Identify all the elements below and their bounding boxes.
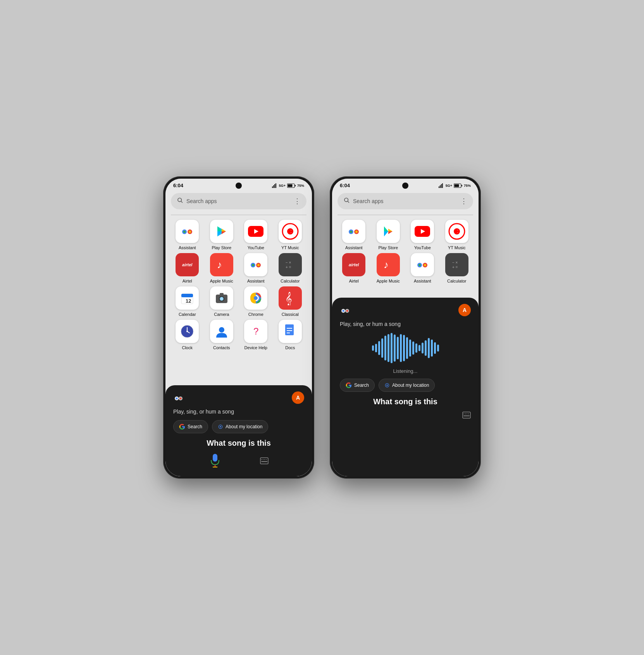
svg-marker-82 [384, 231, 388, 236]
app-item-chrome[interactable]: Chrome [239, 286, 272, 317]
app-item-airtel-p2[interactable]: airtel Airtel [337, 253, 370, 283]
contacts-svg [214, 324, 229, 339]
app-item-playstore-p2[interactable]: Play Store [372, 220, 405, 250]
app-item-clock[interactable]: Clock [171, 320, 204, 350]
calculator-icon: − × + = [279, 253, 302, 276]
svg-text:−  ×: − × [286, 260, 291, 265]
search-button-1[interactable]: Search [173, 420, 208, 433]
wave-bar-5 [384, 336, 386, 360]
app-item-docs[interactable]: Docs [274, 320, 307, 350]
contacts-icon [210, 320, 233, 343]
panel-header-2: A [340, 304, 471, 316]
search-button-2[interactable]: Search [340, 379, 375, 392]
wave-bar-21 [434, 342, 436, 354]
wave-bar-12 [406, 337, 408, 359]
panel-title-2: What song is this [340, 397, 471, 406]
wave-bar-10 [400, 334, 402, 362]
svg-rect-1 [273, 185, 274, 188]
search-label-1: Search [188, 424, 202, 429]
svg-point-46 [186, 331, 188, 332]
battery-icon [287, 183, 296, 188]
battery-icon-2 [454, 183, 462, 188]
docs-svg [284, 324, 297, 339]
svg-rect-38 [220, 293, 224, 295]
wave-bar-6 [387, 334, 389, 362]
app-item-calculator-p2[interactable]: − × + = Calculator [441, 253, 474, 283]
app-item-assistant[interactable]: Assistant [171, 220, 204, 250]
app-item-youtube[interactable]: YouTube [239, 220, 272, 250]
svg-point-103 [386, 384, 388, 386]
app-item-assistant-p2[interactable]: Assistant [337, 220, 370, 250]
youtube-label: YouTube [248, 245, 264, 250]
app-item-devicehelp[interactable]: ? Device Help [239, 320, 272, 350]
search-svg-2 [344, 197, 350, 203]
svg-text:♪: ♪ [384, 259, 389, 271]
location-icon [218, 424, 223, 429]
phone-comparison: 6:04 5G+ 75% [163, 176, 481, 479]
wave-bar-9 [397, 337, 399, 359]
airtel-text-p2: airtel [349, 262, 359, 267]
location-button-1[interactable]: About my location [212, 420, 268, 433]
svg-point-58 [220, 426, 221, 427]
wave-bar-7 [391, 333, 393, 363]
applemusic-label: Apple Music [210, 279, 233, 283]
app-item-classical[interactable]: 𝄞 Classical [274, 286, 307, 317]
app-item-applemusic-p2[interactable]: ♪ Apple Music [372, 253, 405, 283]
app-item-ytmusic-p2[interactable]: YT Music [441, 220, 474, 250]
applemusic-svg-p2: ♪ [382, 258, 395, 271]
classical-label: Classical [282, 312, 299, 317]
svg-point-27 [252, 264, 254, 266]
svg-marker-81 [384, 226, 388, 231]
battery-pct: 75% [297, 184, 304, 188]
app-item-calculator[interactable]: − × + = Calculator [274, 253, 307, 283]
search-bar-1[interactable]: Search apps ⋮ [171, 193, 307, 209]
app-item-youtube-p2[interactable]: YouTube [406, 220, 439, 250]
clock-icon [176, 320, 199, 343]
app-item-calendar[interactable]: 12 Calendar [171, 286, 204, 317]
svg-rect-49 [285, 324, 294, 335]
app-item-ytmusic[interactable]: YT Music [274, 220, 307, 250]
panel-header-1: A [173, 391, 304, 404]
app-item-assistant2[interactable]: Assistant [239, 253, 272, 283]
panel-footer-1 [173, 453, 304, 469]
more-options-icon-2[interactable]: ⋮ [460, 197, 467, 205]
assistant2-svg-p2 [415, 257, 430, 272]
app-item-applemusic[interactable]: ♪ Apple Music [205, 253, 238, 283]
keyboard-button-2[interactable] [462, 412, 471, 419]
app-item-assistant2-p2[interactable]: Assistant [406, 253, 439, 283]
applemusic-icon: ♪ [210, 253, 233, 276]
devicehelp-svg: ? [248, 324, 263, 339]
svg-text:+  =: + = [452, 265, 458, 269]
svg-rect-32 [181, 294, 193, 297]
svg-point-47 [219, 327, 224, 333]
airtel-text: airtel [182, 262, 192, 267]
ytmusic-svg-p2 [448, 223, 465, 240]
app-item-camera[interactable]: Camera [205, 286, 238, 317]
mic-button-1[interactable] [209, 453, 221, 469]
calculator-svg-p2: − × + = [451, 259, 463, 271]
svg-rect-71 [442, 183, 443, 188]
avatar-2[interactable]: A [458, 304, 471, 316]
playstore-icon [210, 220, 233, 243]
assistant-svg-p2 [346, 224, 361, 239]
app-item-playstore[interactable]: Play Store [205, 220, 238, 250]
svg-point-11 [183, 231, 186, 233]
app-item-airtel[interactable]: airtel Airtel [171, 253, 204, 283]
search-bar-2[interactable]: Search apps ⋮ [337, 193, 473, 209]
classical-svg: 𝄞 [284, 291, 297, 305]
avatar-1[interactable]: A [292, 391, 304, 404]
svg-text:−  ×: − × [452, 260, 458, 265]
devicehelp-label: Device Help [245, 345, 267, 350]
svg-rect-73 [461, 185, 462, 186]
svg-rect-2 [274, 184, 275, 188]
chrome-icon [244, 286, 267, 310]
divider-2 [337, 215, 473, 215]
app-grid-2: Assistant Play Store [337, 220, 473, 283]
clock-svg [179, 324, 195, 339]
app-item-contacts[interactable]: Contacts [205, 320, 238, 350]
wave-bar-22 [437, 345, 439, 352]
location-button-2[interactable]: About my location [379, 379, 435, 392]
calculator-svg: − × + = [284, 259, 296, 271]
more-options-icon[interactable]: ⋮ [294, 197, 300, 205]
keyboard-button-1[interactable] [260, 457, 269, 464]
